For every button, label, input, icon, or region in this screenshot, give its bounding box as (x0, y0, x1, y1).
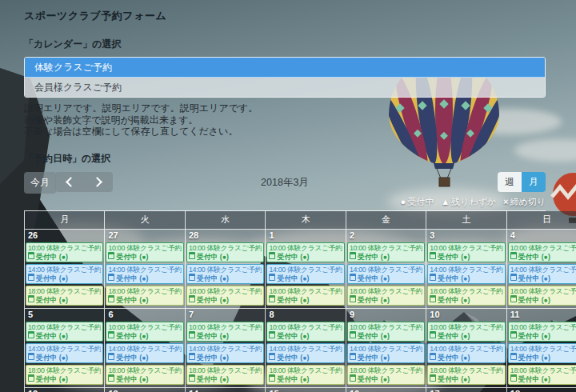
event-status: 受付中 (●) (510, 374, 576, 383)
event-slot[interactable]: 18:00 体験クラスご予約受付中 (●) (427, 286, 505, 306)
status-text: 受付中 (●) (116, 296, 148, 304)
calendar-option-member[interactable]: 会員様クラスご予約 (25, 78, 545, 97)
event-status: 受付中 (●) (430, 331, 502, 340)
calendar-icon (350, 274, 356, 281)
event-slot[interactable]: 10:00 体験クラスご予約受付中 (●) (347, 322, 425, 342)
event-slot[interactable]: 18:00 体験クラスご予約受付中 (●) (347, 365, 425, 385)
event-slot[interactable]: 10:00 体験クラスご予約受付中 (●) (186, 242, 264, 262)
event-slot[interactable]: 14:00 体験クラスご予約受付中 (●) (508, 264, 576, 284)
event-slot[interactable]: 14:00 体験クラスご予約受付中 (●) (347, 264, 425, 284)
event-slot[interactable]: 14:00 体験クラスご予約受付中 (●) (26, 264, 103, 284)
event-status: 受付中 (●) (269, 331, 342, 340)
description-line: 不要な場合は空欄にして保存し直してください。 (24, 126, 546, 138)
event-slot[interactable]: 10:00 体験クラスご予約受付中 (●) (186, 322, 264, 342)
event-slot[interactable]: 18:00 体験クラスご予約受付中 (●) (106, 365, 183, 385)
day-number: 10 (426, 309, 506, 321)
event-slot[interactable]: 14:00 体験クラスご予約受付中 (●) (508, 343, 576, 363)
calendar-icon (28, 274, 34, 281)
event-slot[interactable]: 14:00 体験クラスご予約受付中 (●) (26, 343, 103, 363)
event-status: 受付中 (●) (510, 252, 576, 261)
event-slot[interactable]: 18:00 体験クラスご予約受付中 (●) (266, 286, 344, 306)
status-text: 受付中 (●) (197, 375, 229, 383)
calendar-icon (28, 353, 34, 360)
event-slot[interactable]: 10:00 体験クラスご予約受付中 (●) (508, 242, 576, 262)
week-view-button[interactable]: 週 (498, 172, 522, 192)
event-slot[interactable]: 18:00 体験クラスご予約受付中 (●) (26, 286, 103, 306)
weekday-header: 水 (186, 211, 266, 230)
event-slot[interactable]: 14:00 体験クラスご予約受付中 (●) (266, 343, 344, 363)
event-slot[interactable]: 14:00 体験クラスご予約受付中 (●) (106, 343, 183, 363)
status-text: 受付中 (●) (518, 274, 550, 282)
event-status: 受付中 (●) (108, 353, 181, 362)
event-slot[interactable]: 14:00 体験クラスご予約受付中 (●) (427, 264, 505, 284)
calendar-select-label: 「カレンダー」の選択 (24, 38, 546, 51)
event-slot[interactable]: 18:00 体験クラスご予約受付中 (●) (508, 286, 576, 306)
calendar-option-trial[interactable]: 体験クラスご予約 (25, 58, 545, 78)
status-text: 受付中 (●) (197, 253, 229, 261)
month-view-button[interactable]: 月 (522, 172, 546, 192)
day-number: 4 (507, 230, 576, 242)
status-text: 受付中 (●) (36, 253, 68, 261)
event-slot[interactable]: 18:00 体験クラスご予約受付中 (●) (266, 365, 344, 385)
reservation-calendar: 月火水木金土日2610:00 体験クラスご予約受付中 (●)14:00 体験クラ… (24, 210, 546, 392)
status-text: 受付中 (●) (438, 296, 470, 304)
day-cell: 810:00 体験クラスご予約受付中 (●)14:00 体験クラスご予約受付中 … (266, 309, 346, 388)
event-slot[interactable]: 14:00 体験クラスご予約受付中 (●) (106, 264, 183, 284)
event-slot[interactable]: 10:00 体験クラスご予約受付中 (●) (266, 322, 344, 342)
event-slot[interactable]: 14:00 体験クラスご予約受付中 (●) (427, 343, 505, 363)
status-text: 受付中 (●) (116, 274, 148, 282)
calendar-icon (189, 295, 195, 302)
status-icon: ▲ (441, 197, 450, 206)
event-slot[interactable]: 10:00 体験クラスご予約受付中 (●) (106, 242, 183, 262)
day-cell: 1310:00 体験クラスご予約受付中 (●)14:00 体験クラスご予約受付中… (105, 388, 185, 392)
event-slot[interactable]: 10:00 体験クラスご予約受付中 (●) (427, 242, 505, 262)
status-text: 受付中 (●) (438, 354, 470, 362)
day-cell: 2810:00 体験クラスご予約受付中 (●)14:00 体験クラスご予約受付中… (186, 230, 266, 309)
event-status: 受付中 (●) (28, 295, 101, 304)
event-slot[interactable]: 10:00 体験クラスご予約受付中 (●) (266, 242, 344, 262)
event-status: 受付中 (●) (189, 331, 262, 340)
event-title: 10:00 体験クラスご予約 (108, 244, 181, 252)
event-status: 受付中 (●) (189, 252, 262, 261)
event-slot[interactable]: 10:00 体験クラスご予約受付中 (●) (26, 242, 103, 262)
calendar-icon (108, 374, 114, 382)
event-slot[interactable]: 18:00 体験クラスご予約受付中 (●) (508, 365, 576, 385)
event-slot[interactable]: 14:00 体験クラスご予約受付中 (●) (186, 264, 264, 284)
calendar-icon (510, 295, 517, 302)
event-title: 18:00 体験クラスご予約 (510, 287, 576, 295)
event-title: 14:00 体験クラスご予約 (108, 266, 181, 274)
event-slot[interactable]: 10:00 体験クラスご予約受付中 (●) (347, 242, 425, 262)
status-text: 受付中 (●) (438, 375, 470, 383)
day-number: 5 (25, 309, 104, 321)
legend-item: ×締め切り (503, 197, 546, 206)
calendar-icon (350, 295, 356, 302)
calendar-icon (510, 274, 517, 281)
event-slot[interactable]: 14:00 体験クラスご予約受付中 (●) (347, 343, 425, 363)
day-number: 3 (426, 230, 506, 242)
calendar-icon (28, 374, 34, 382)
event-slot[interactable]: 18:00 体験クラスご予約受付中 (●) (106, 286, 183, 306)
weekday-header: 土 (426, 211, 506, 230)
event-slot[interactable]: 10:00 体験クラスご予約受付中 (●) (427, 322, 505, 342)
event-title: 18:00 体験クラスご予約 (269, 366, 342, 374)
event-slot[interactable]: 18:00 体験クラスご予約受付中 (●) (26, 365, 103, 385)
event-slot[interactable]: 18:00 体験クラスご予約受付中 (●) (427, 365, 505, 385)
event-slot[interactable]: 14:00 体験クラスご予約受付中 (●) (186, 343, 264, 363)
event-slot[interactable]: 18:00 体験クラスご予約受付中 (●) (186, 286, 264, 306)
event-slot[interactable]: 10:00 体験クラスご予約受付中 (●) (508, 322, 576, 342)
event-status: 受付中 (●) (189, 295, 262, 304)
event-title: 18:00 体験クラスご予約 (430, 366, 502, 374)
event-title: 10:00 体験クラスご予約 (269, 244, 342, 252)
current-month-label: 2018年3月 (24, 176, 546, 190)
event-title: 14:00 体験クラスご予約 (430, 266, 502, 274)
status-text: 受付中 (●) (438, 253, 470, 261)
event-slot[interactable]: 18:00 体験クラスご予約受付中 (●) (347, 286, 425, 306)
calendar-icon (28, 331, 34, 338)
event-status: 受付中 (●) (269, 295, 342, 304)
event-status: 受付中 (●) (108, 331, 181, 340)
event-slot[interactable]: 18:00 体験クラスご予約受付中 (●) (186, 365, 264, 385)
event-slot[interactable]: 10:00 体験クラスご予約受付中 (●) (106, 322, 183, 342)
event-slot[interactable]: 10:00 体験クラスご予約受付中 (●) (26, 322, 103, 342)
day-cell: 1810:00 体験クラスご予約受付中 (●)14:00 体験クラスご予約受付中… (507, 388, 576, 392)
event-slot[interactable]: 14:00 体験クラスご予約受付中 (●) (266, 264, 344, 284)
